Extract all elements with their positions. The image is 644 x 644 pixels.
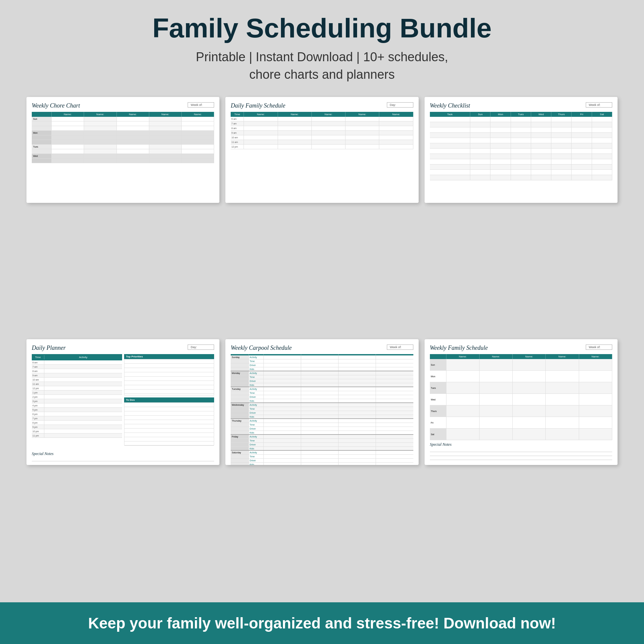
carpool-cell xyxy=(339,415,376,418)
chore-cell xyxy=(84,154,116,158)
planner-time-7am: 7 am xyxy=(32,365,44,369)
checklist-cell xyxy=(572,159,592,164)
dfs-cell xyxy=(379,145,413,149)
chore-cell xyxy=(182,159,214,163)
checklist-cell xyxy=(592,133,612,138)
carpool-cell xyxy=(231,383,249,387)
checklist-cell xyxy=(572,154,592,159)
weekly-family-week-field: Week of: xyxy=(586,345,612,350)
checklist-task-header: Task xyxy=(430,112,471,117)
checklist-cell xyxy=(572,164,592,169)
checklist-task xyxy=(430,175,471,180)
checklist-cell xyxy=(511,154,531,159)
dfs-cell xyxy=(345,135,379,140)
chore-cell xyxy=(52,159,84,163)
carpool-cell xyxy=(301,407,339,411)
planner-time-2pm: 2 pm xyxy=(32,395,44,399)
carpool-thu-kids: Kids xyxy=(249,431,264,434)
chore-cell xyxy=(84,135,116,140)
chore-cell xyxy=(52,117,84,121)
dfs-cell xyxy=(312,126,345,130)
checklist-cell xyxy=(551,122,572,127)
checklist-cell xyxy=(511,127,531,132)
carpool-cell xyxy=(264,387,301,391)
checklist-cell xyxy=(572,117,592,122)
wfs-cell xyxy=(579,429,612,440)
wfs-cell xyxy=(480,382,513,393)
carpool-cell xyxy=(264,419,301,423)
dfs-cell xyxy=(244,140,278,144)
carpool-tuesday: Tuesday xyxy=(231,387,249,391)
chore-cell xyxy=(117,117,149,121)
carpool-cell xyxy=(339,455,376,458)
carpool-cell xyxy=(301,375,339,379)
checklist-cell xyxy=(511,133,531,138)
chore-cell xyxy=(149,135,182,140)
chore-cell xyxy=(182,131,214,135)
chore-week-field: Week of: xyxy=(188,102,214,108)
checklist-cell xyxy=(592,164,612,169)
chore-col-blank xyxy=(32,112,52,117)
chore-cell xyxy=(182,126,214,130)
planner-time-col-header: Time xyxy=(32,355,44,359)
wfs-name5-header: Name: xyxy=(579,354,612,359)
weekly-family-title: Weekly Family Schedule xyxy=(430,345,488,351)
carpool-thu-driver: Driver xyxy=(249,427,264,431)
carpool-cell xyxy=(264,371,301,375)
daily-family-card: Daily Family Schedule Day: Time Name: Na… xyxy=(225,97,418,203)
chore-col-3: Name: xyxy=(117,112,149,117)
carpool-week-field: Week of: xyxy=(387,345,413,350)
chore-day-blank xyxy=(32,135,52,140)
chore-cell xyxy=(182,117,214,121)
carpool-cell xyxy=(231,431,249,434)
carpool-cell xyxy=(339,399,376,402)
chore-cell xyxy=(52,145,84,149)
carpool-sunday-activity: Activity xyxy=(249,355,264,359)
carpool-cell xyxy=(376,399,413,402)
checklist-sun-header: Sun xyxy=(470,112,490,117)
chore-cell xyxy=(117,135,149,140)
carpool-cell xyxy=(264,455,301,458)
carpool-cell xyxy=(301,423,339,427)
dfs-time-12pm: 12 pm xyxy=(231,145,244,149)
planner-time-9pm: 9 pm xyxy=(32,425,44,429)
wfs-cell xyxy=(546,371,579,382)
checklist-cell xyxy=(490,138,511,143)
wfs-cell xyxy=(513,417,546,428)
chore-day-wed: Wed xyxy=(32,154,52,158)
carpool-title: Weekly Carpool Schedule xyxy=(231,345,292,351)
wfs-cell xyxy=(446,417,480,428)
carpool-cell xyxy=(339,395,376,399)
chore-cell xyxy=(149,121,182,126)
wfs-cell xyxy=(546,429,579,440)
checklist-cell xyxy=(592,159,612,164)
carpool-cell xyxy=(339,379,376,383)
carpool-cell xyxy=(376,363,413,367)
checklist-task xyxy=(430,138,471,143)
checklist-task xyxy=(430,164,471,169)
chore-cell xyxy=(117,145,149,149)
carpool-cell xyxy=(376,391,413,395)
chore-day-tues: Tues xyxy=(32,145,52,149)
carpool-sat-driver: Driver xyxy=(249,459,264,462)
dfs-time-9am: 9 am xyxy=(231,131,244,135)
header-section: Family Scheduling Bundle Printable | Ins… xyxy=(0,0,644,90)
carpool-fri-time: Time xyxy=(249,439,264,442)
planner-act-cell xyxy=(44,391,122,394)
wfs-day-sun: Sun xyxy=(430,359,446,370)
planner-time-8am: 8 am xyxy=(32,360,44,364)
dfs-time-11am: 11 am xyxy=(231,140,244,144)
checklist-cell xyxy=(551,143,572,148)
dfs-name4-header: Name: xyxy=(345,112,379,117)
dfs-cell xyxy=(278,126,312,130)
carpool-cell xyxy=(376,443,413,446)
wfs-cell xyxy=(446,394,480,405)
planner-act-cell xyxy=(44,373,122,377)
checklist-cell xyxy=(572,149,592,154)
checklist-cell xyxy=(551,175,572,180)
checklist-cell xyxy=(470,143,490,148)
wfs-name4-header: Name: xyxy=(546,354,579,359)
carpool-tue-driver: Driver xyxy=(249,395,264,399)
carpool-cell xyxy=(339,447,376,450)
carpool-cell xyxy=(301,367,339,371)
